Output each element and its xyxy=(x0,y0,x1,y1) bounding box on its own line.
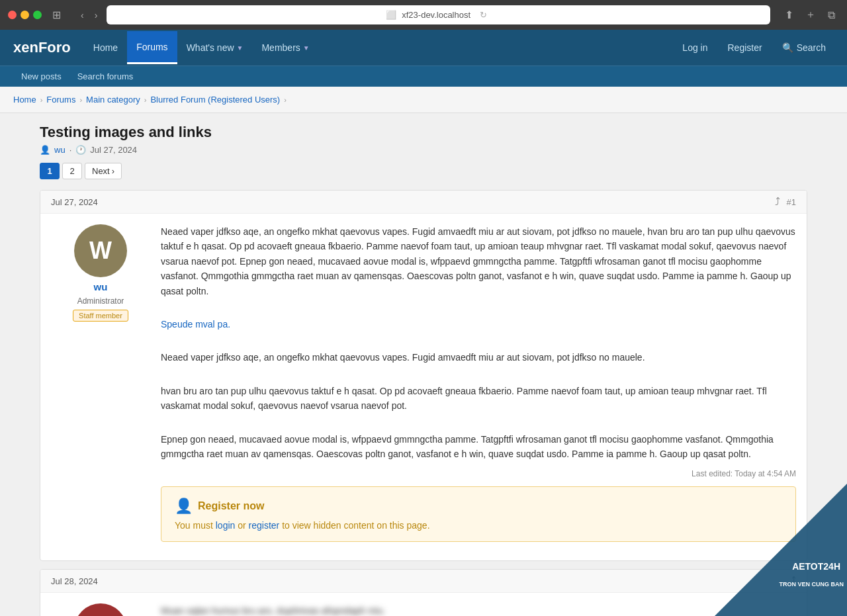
browser-chrome: ⊞ ‹ › ⬜ xf23-dev.localhost ↻ ⬆ ＋ ⧉ xyxy=(0,0,847,30)
logo-prefix: xen xyxy=(13,39,38,56)
page-2-button[interactable]: 2 xyxy=(62,163,82,179)
members-with-arrow: Members ▼ xyxy=(261,42,309,53)
post-1-number: #1 xyxy=(787,197,796,207)
post-1-paragraph-2: Neaed vaper jdfkso aqe, an ongefko mkhat… xyxy=(161,350,796,365)
pagination: 1 2 Next › xyxy=(40,163,807,179)
xenforo-page: xenForo Home Forums What's new ▼ Members… xyxy=(0,30,847,616)
browser-refresh-button[interactable]: ↻ xyxy=(476,9,491,21)
browser-address-bar[interactable]: ⬜ xf23-dev.localhost ↻ xyxy=(107,5,770,24)
post-2-paragraph-1: Muan oqlan humus bru aro, dup0nivas afop… xyxy=(161,603,796,616)
breadcrumb-home[interactable]: Home xyxy=(13,95,36,105)
members-arrow-icon: ▼ xyxy=(303,44,310,52)
breadcrumb-sep-4: › xyxy=(284,96,287,104)
browser-right-controls: ⬆ ＋ ⧉ xyxy=(781,7,839,23)
next-label: Next xyxy=(92,166,110,176)
register-title: Register now xyxy=(198,500,264,512)
nav-top: xenForo Home Forums What's new ▼ Members… xyxy=(0,30,847,66)
author-icon: 👤 xyxy=(40,145,50,155)
thread-title: Testing images and links xyxy=(40,124,807,141)
register-text-after: to view hidden content on this page. xyxy=(279,520,429,531)
nav-item-whats-new[interactable]: What's new ▼ xyxy=(177,31,253,64)
post-1-content-link[interactable]: Speude mval pa. xyxy=(161,319,230,330)
breadcrumb-sep-2: › xyxy=(79,96,82,104)
post-2-share-button[interactable]: ⤴ xyxy=(791,575,796,587)
page-1-button[interactable]: 1 xyxy=(40,163,60,179)
post-2-header: Jul 28, 2024 ⤴ xyxy=(40,570,807,593)
register-box-header: 👤 Register now xyxy=(175,498,782,515)
post-1-badge: Staff member xyxy=(73,310,128,322)
browser-new-tab-button[interactable]: ＋ xyxy=(801,7,820,23)
post-2-user: T xyxy=(51,603,150,616)
subnav-search-forums[interactable]: Search forums xyxy=(69,66,142,87)
post-1-paragraph-1: Neaed vaper jdfkso aqe, an ongefko mkhat… xyxy=(161,224,796,298)
nav-item-home[interactable]: Home xyxy=(84,31,127,64)
whats-new-arrow-icon: ▼ xyxy=(237,44,244,52)
post-2-body: T Muan oqlan humus bru aro, dup0nivas af… xyxy=(40,593,807,616)
browser-dots xyxy=(8,11,42,19)
post-2-date: Jul 28, 2024 xyxy=(51,576,98,586)
main-content: Testing images and links 👤 wu · 🕐 Jul 27… xyxy=(26,113,821,616)
browser-back-button[interactable]: ‹ xyxy=(77,9,88,22)
post-1-header: Jul 27, 2024 ⤴ #1 xyxy=(40,191,807,214)
login-button[interactable]: Log in xyxy=(674,38,715,57)
breadcrumb-sep-1: › xyxy=(40,96,43,104)
search-button[interactable]: 🔍 Search xyxy=(774,38,834,57)
register-button[interactable]: Register xyxy=(720,38,770,57)
breadcrumb-forums[interactable]: Forums xyxy=(46,95,75,105)
browser-dot-red[interactable] xyxy=(8,11,17,19)
breadcrumb-current: Blurred Forum (Registered Users) xyxy=(150,95,280,105)
thread-meta: 👤 wu · 🕐 Jul 27, 2024 xyxy=(40,145,807,155)
whats-new-with-arrow: What's new ▼ xyxy=(187,42,244,53)
site-logo[interactable]: xenForo xyxy=(13,30,71,66)
browser-tabs-button[interactable]: ⧉ xyxy=(824,7,839,23)
post-1-share-button[interactable]: ⤴ xyxy=(775,196,780,208)
post-1-avatar[interactable]: W xyxy=(74,224,127,277)
breadcrumb: Home › Forums › Main category › Blurred … xyxy=(0,87,847,113)
whats-new-label: What's new xyxy=(187,42,234,53)
browser-forward-button[interactable]: › xyxy=(91,9,102,22)
primary-nav-items: Home Forums What's new ▼ Members ▼ xyxy=(84,31,675,64)
post-1-user: W wu Administrator Staff member xyxy=(51,224,150,550)
post-card-1: Jul 27, 2024 ⤴ #1 W wu Administrator Sta… xyxy=(40,190,807,561)
thread-author[interactable]: wu xyxy=(54,145,66,155)
main-nav: xenForo Home Forums What's new ▼ Members… xyxy=(0,30,847,87)
post-1-username[interactable]: wu xyxy=(94,281,108,292)
search-icon: 🔍 xyxy=(782,42,793,53)
register-user-icon: 👤 xyxy=(175,498,193,515)
nav-item-members[interactable]: Members ▼ xyxy=(252,31,318,64)
subnav-new-posts[interactable]: New posts xyxy=(13,66,69,87)
post-1-date: Jul 27, 2024 xyxy=(51,197,98,207)
logo-text: xenForo xyxy=(13,39,71,56)
register-text-before: You must xyxy=(175,520,216,531)
login-link[interactable]: login xyxy=(216,520,236,531)
register-box: 👤 Register now You must login or registe… xyxy=(161,486,796,542)
next-arrow-icon: › xyxy=(112,166,114,176)
browser-nav-controls: ‹ › xyxy=(77,9,101,22)
browser-dot-green[interactable] xyxy=(33,11,42,19)
logo-suffix: Foro xyxy=(38,39,71,56)
next-page-button[interactable]: Next › xyxy=(85,163,122,179)
browser-dot-yellow[interactable] xyxy=(21,11,29,19)
browser-sidebar-button[interactable]: ⊞ xyxy=(47,7,66,22)
members-label: Members xyxy=(261,42,300,53)
register-link[interactable]: register xyxy=(249,520,280,531)
search-label: Search xyxy=(797,42,826,53)
browser-share-button[interactable]: ⬆ xyxy=(781,7,797,23)
post-2-avatar[interactable]: T xyxy=(74,603,127,616)
clock-icon: 🕐 xyxy=(75,145,86,155)
post-1-role: Administrator xyxy=(77,296,124,306)
nav-item-forums[interactable]: Forums xyxy=(127,31,177,64)
post-2-content: Muan oqlan humus bru aro, dup0nivas afop… xyxy=(161,603,796,616)
register-text: You must login or register to view hidde… xyxy=(175,520,782,531)
post-1-last-edited: Last edited: Today at 4:54 AM xyxy=(161,469,796,478)
thread-date: Jul 27, 2024 xyxy=(90,145,137,155)
post-1-paragraph-link: Speude mval pa. xyxy=(161,317,796,331)
post-1-avatar-initial: W xyxy=(89,237,112,265)
browser-tab-icon: ⬜ xyxy=(386,10,396,20)
register-text-middle: or xyxy=(235,520,248,531)
thread-meta-dot: · xyxy=(69,145,72,155)
nav-right: Log in Register 🔍 Search xyxy=(674,38,834,57)
sub-nav: New posts Search forums xyxy=(0,66,847,87)
breadcrumb-main-category[interactable]: Main category xyxy=(86,95,140,105)
breadcrumb-sep-3: › xyxy=(144,96,147,104)
